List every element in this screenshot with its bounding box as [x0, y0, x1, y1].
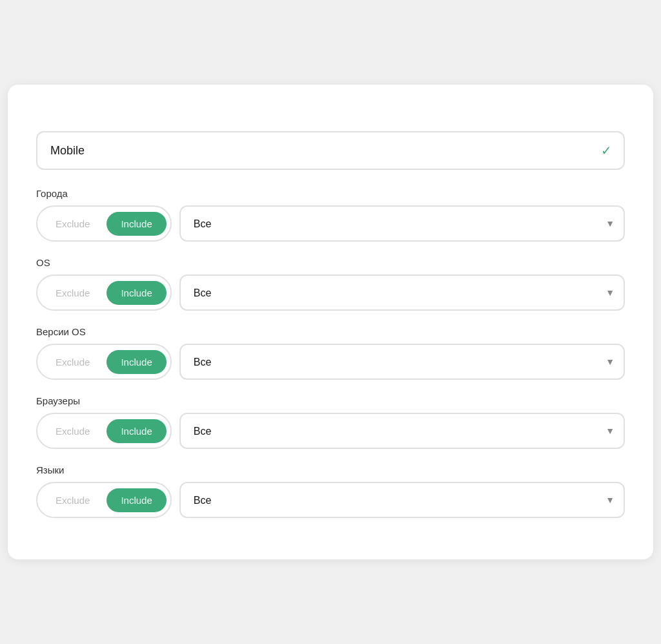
value-select-cities[interactable]: Все: [179, 205, 625, 242]
include-button-os_versions[interactable]: Include: [107, 350, 166, 374]
row-group-os: OSExcludeIncludeВсе▼: [36, 257, 625, 311]
label-languages: Языки: [36, 464, 625, 475]
label-os: OS: [36, 257, 625, 268]
include-button-languages[interactable]: Include: [107, 488, 166, 512]
exclude-button-os[interactable]: Exclude: [41, 281, 104, 305]
include-button-os[interactable]: Include: [107, 281, 166, 305]
row-group-browsers: БраузерыExcludeIncludeВсе▼: [36, 395, 625, 449]
label-browsers: Браузеры: [36, 395, 625, 406]
device-select[interactable]: MobileDesktopTablet: [36, 131, 625, 170]
toggle-pill-os: ExcludeInclude: [36, 275, 172, 311]
exclude-button-cities[interactable]: Exclude: [41, 212, 104, 236]
toggle-pill-languages: ExcludeInclude: [36, 482, 172, 518]
value-select-wrapper-cities: Все▼: [179, 205, 625, 242]
settings-card: MobileDesktopTablet ✓ ГородаExcludeInclu…: [8, 85, 653, 559]
toggle-select-row-cities: ExcludeIncludeВсе▼: [36, 205, 625, 242]
value-select-wrapper-os: Все▼: [179, 275, 625, 311]
value-select-os_versions[interactable]: Все: [179, 344, 625, 380]
row-group-cities: ГородаExcludeIncludeВсе▼: [36, 188, 625, 242]
toggle-select-row-languages: ExcludeIncludeВсе▼: [36, 482, 625, 518]
exclude-button-languages[interactable]: Exclude: [41, 488, 104, 512]
toggle-select-row-os_versions: ExcludeIncludeВсе▼: [36, 344, 625, 380]
row-group-languages: ЯзыкиExcludeIncludeВсе▼: [36, 464, 625, 518]
value-select-languages[interactable]: Все: [179, 482, 625, 518]
value-select-os[interactable]: Все: [179, 275, 625, 311]
include-button-cities[interactable]: Include: [107, 212, 166, 236]
label-cities: Города: [36, 188, 625, 199]
exclude-button-os_versions[interactable]: Exclude: [41, 350, 104, 374]
row-group-os_versions: Версии OSExcludeIncludeВсе▼: [36, 326, 625, 380]
targeting-rows: ГородаExcludeIncludeВсе▼OSExcludeInclude…: [36, 188, 625, 518]
value-select-wrapper-os_versions: Все▼: [179, 344, 625, 380]
toggle-pill-cities: ExcludeInclude: [36, 205, 172, 242]
toggle-pill-browsers: ExcludeInclude: [36, 413, 172, 449]
exclude-button-browsers[interactable]: Exclude: [41, 419, 104, 443]
toggle-select-row-browsers: ExcludeIncludeВсе▼: [36, 413, 625, 449]
toggle-select-row-os: ExcludeIncludeВсе▼: [36, 275, 625, 311]
value-select-wrapper-browsers: Все▼: [179, 413, 625, 449]
label-os_versions: Версии OS: [36, 326, 625, 337]
device-section: MobileDesktopTablet ✓: [36, 131, 625, 170]
toggle-pill-os_versions: ExcludeInclude: [36, 344, 172, 380]
value-select-wrapper-languages: Все▼: [179, 482, 625, 518]
include-button-browsers[interactable]: Include: [107, 419, 166, 443]
value-select-browsers[interactable]: Все: [179, 413, 625, 449]
